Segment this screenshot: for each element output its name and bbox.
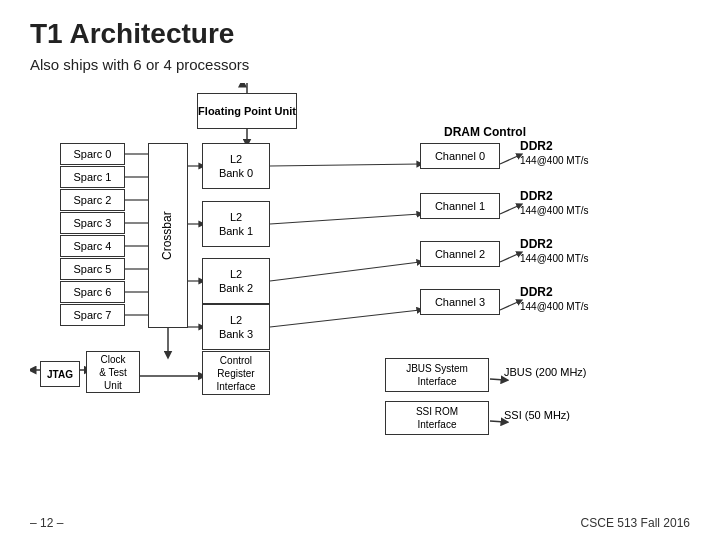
svg-line-26 (490, 421, 505, 422)
fpu-box: Floating Point Unit (197, 93, 297, 129)
l2bank0-box: L2 Bank 0 (202, 143, 270, 189)
jtag-box: JTAG (40, 361, 80, 387)
sparc0-box: Sparc 0 (60, 143, 125, 165)
sparc1-box: Sparc 1 (60, 166, 125, 188)
channel1-box: Channel 1 (420, 193, 500, 219)
jbus-iface-box: JBUS System Interface (385, 358, 489, 392)
ssi-rom-box: SSI ROM Interface (385, 401, 489, 435)
ddr2-3-label: DDR2 (520, 285, 553, 299)
page-number: – 12 – (30, 516, 63, 530)
svg-line-25 (490, 379, 505, 380)
sparc2-box: Sparc 2 (60, 189, 125, 211)
svg-line-15 (270, 214, 420, 224)
l2bank2-box: L2 Bank 2 (202, 258, 270, 304)
channel0-box: Channel 0 (420, 143, 500, 169)
svg-line-17 (270, 310, 420, 327)
ddr2-0-label: DDR2 (520, 139, 553, 153)
channel2-box: Channel 2 (420, 241, 500, 267)
svg-line-14 (270, 164, 420, 166)
ddr2-1-label: DDR2 (520, 189, 553, 203)
mt1-label: 144@400 MT/s (520, 205, 589, 216)
svg-line-20 (500, 253, 520, 262)
architecture-diagram: Floating Point Unit Sparc 0 Sparc 1 Spar… (30, 83, 690, 483)
l2bank3-box: L2 Bank 3 (202, 304, 270, 350)
mt0-label: 144@400 MT/s (520, 155, 589, 166)
page-title: T1 Architecture (30, 18, 690, 50)
crossbar-box: Crossbar (148, 143, 188, 328)
mt2-label: 144@400 MT/s (520, 253, 589, 264)
page: T1 Architecture Also ships with 6 or 4 p… (0, 0, 720, 540)
svg-line-19 (500, 205, 520, 214)
sparc7-box: Sparc 7 (60, 304, 125, 326)
sparc6-box: Sparc 6 (60, 281, 125, 303)
ctrl-reg-box: Control Register Interface (202, 351, 270, 395)
svg-line-21 (500, 301, 520, 310)
svg-line-18 (500, 155, 520, 164)
course-label: CSCE 513 Fall 2016 (581, 516, 690, 530)
ssi-speed-label: SSI (50 MHz) (504, 409, 570, 421)
ddr2-2-label: DDR2 (520, 237, 553, 251)
jbus-speed-label: JBUS (200 MHz) (504, 366, 587, 378)
page-subtitle: Also ships with 6 or 4 processors (30, 56, 690, 73)
diagram-lines (30, 83, 690, 483)
l2bank1-box: L2 Bank 1 (202, 201, 270, 247)
mt3-label: 144@400 MT/s (520, 301, 589, 312)
sparc4-box: Sparc 4 (60, 235, 125, 257)
sparc5-box: Sparc 5 (60, 258, 125, 280)
svg-line-16 (270, 262, 420, 281)
clock-test-box: Clock & Test Unit (86, 351, 140, 393)
channel3-box: Channel 3 (420, 289, 500, 315)
sparc3-box: Sparc 3 (60, 212, 125, 234)
